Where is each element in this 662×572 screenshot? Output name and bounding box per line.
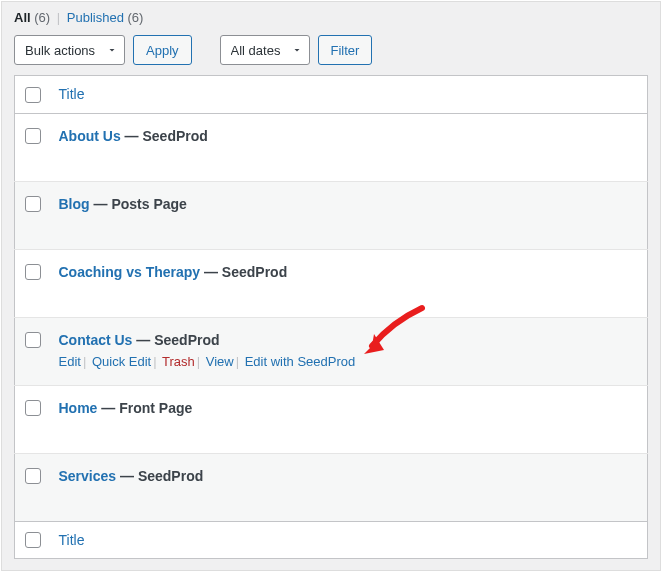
date-filter-select[interactable]: All dates	[220, 35, 310, 65]
post-state: — SeedProd	[116, 468, 203, 484]
column-title-header[interactable]: Title	[49, 76, 648, 114]
select-all-checkbox-bottom[interactable]	[25, 532, 41, 548]
table-row: Coaching vs Therapy — SeedProd	[15, 249, 648, 317]
post-state: — Posts Page	[90, 196, 187, 212]
filter-published-label: Published	[67, 10, 124, 25]
edit-with-seedprod-link[interactable]: Edit with SeedProd	[245, 354, 356, 369]
filter-all-count: (6)	[34, 10, 50, 25]
page-title-link[interactable]: About Us	[59, 128, 121, 144]
filter-all[interactable]: All (6)	[14, 10, 54, 25]
view-link[interactable]: View	[206, 354, 234, 369]
filter-links: All (6) | Published (6)	[2, 2, 660, 31]
divider: |	[57, 10, 60, 25]
page-title-link[interactable]: Coaching vs Therapy	[59, 264, 201, 280]
tablenav-top: Bulk actions Apply All dates Filter	[2, 31, 660, 75]
row-checkbox[interactable]	[25, 332, 41, 348]
table-row: Services — SeedProd	[15, 453, 648, 521]
page-title-link[interactable]: Contact Us	[59, 332, 133, 348]
row-checkbox[interactable]	[25, 196, 41, 212]
row-checkbox[interactable]	[25, 264, 41, 280]
filter-published[interactable]: Published (6)	[67, 10, 144, 25]
pages-table: Title About Us — SeedProd Blog — Posts P…	[14, 75, 648, 559]
bulk-actions-select[interactable]: Bulk actions	[14, 35, 125, 65]
filter-all-label: All	[14, 10, 31, 25]
column-title-link[interactable]: Title	[59, 86, 85, 102]
select-all-footer	[15, 521, 49, 559]
filter-published-count: (6)	[128, 10, 144, 25]
table-row: Home — Front Page	[15, 385, 648, 453]
column-title-footer[interactable]: Title	[49, 521, 648, 559]
row-checkbox[interactable]	[25, 128, 41, 144]
edit-link[interactable]: Edit	[59, 354, 81, 369]
table-row: About Us — SeedProd	[15, 113, 648, 181]
row-actions: Edit| Quick Edit| Trash| View| Edit with…	[59, 354, 638, 369]
pages-list-panel: All (6) | Published (6) Bulk actions App…	[1, 1, 661, 571]
trash-link[interactable]: Trash	[162, 354, 195, 369]
page-title-link[interactable]: Services	[59, 468, 117, 484]
select-all-header	[15, 76, 49, 114]
page-title-link[interactable]: Blog	[59, 196, 90, 212]
select-all-checkbox-top[interactable]	[25, 87, 41, 103]
quick-edit-link[interactable]: Quick Edit	[92, 354, 151, 369]
row-checkbox[interactable]	[25, 400, 41, 416]
row-checkbox[interactable]	[25, 468, 41, 484]
page-title-link[interactable]: Home	[59, 400, 98, 416]
column-title-link-footer[interactable]: Title	[59, 532, 85, 548]
post-state: — SeedProd	[200, 264, 287, 280]
post-state: — SeedProd	[121, 128, 208, 144]
apply-button[interactable]: Apply	[133, 35, 192, 65]
table-row: Contact Us — SeedProd Edit| Quick Edit| …	[15, 317, 648, 385]
filter-button[interactable]: Filter	[318, 35, 373, 65]
table-row: Blog — Posts Page	[15, 181, 648, 249]
post-state: — SeedProd	[132, 332, 219, 348]
post-state: — Front Page	[97, 400, 192, 416]
